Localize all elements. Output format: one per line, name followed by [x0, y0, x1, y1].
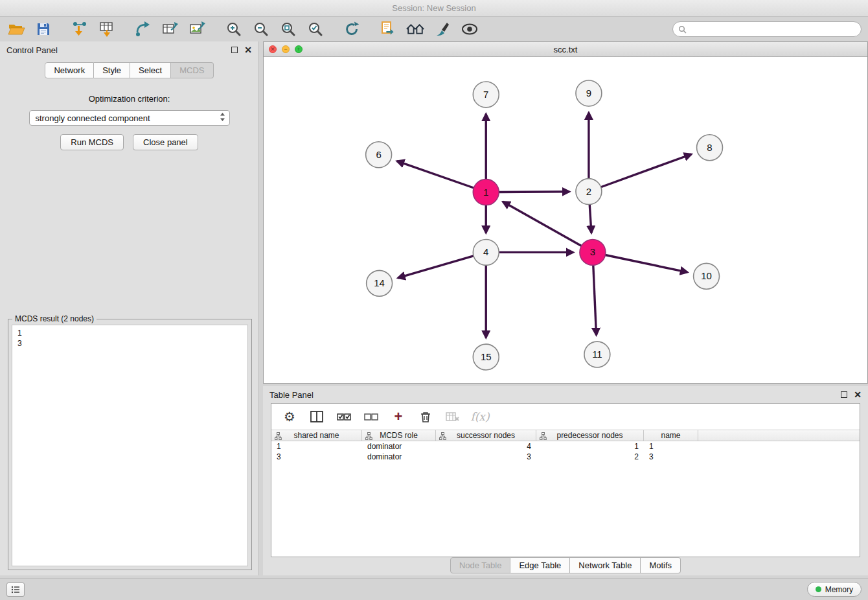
edge-1-6[interactable] — [397, 161, 474, 188]
window-title: Session: New Session — [392, 3, 475, 13]
new-table-icon[interactable] — [161, 20, 180, 38]
criterion-dropdown[interactable]: strongly connected component — [29, 110, 230, 126]
deselect-all-icon[interactable] — [363, 409, 379, 424]
node-11[interactable]: 11 — [584, 341, 610, 367]
tab-edge-table[interactable]: Edge Table — [510, 557, 570, 573]
gear-icon[interactable]: ⚙ — [282, 409, 297, 424]
edge-3-10[interactable] — [605, 255, 687, 272]
svg-text:8: 8 — [707, 142, 712, 153]
table-row[interactable]: 1dominator411 — [271, 441, 860, 452]
node-7[interactable]: 7 — [473, 82, 499, 108]
tab-node-table[interactable]: Node Table — [450, 557, 511, 573]
main-toolbar — [0, 17, 868, 41]
tab-style[interactable]: Style — [94, 62, 130, 78]
network-graph-svg[interactable]: 7968124314101511 — [264, 57, 867, 383]
zoom-fit-icon[interactable] — [279, 20, 298, 38]
table-panel: Table Panel ✕ ⚙ — [263, 386, 868, 575]
column-header-MCDS-role[interactable]: MCDS role — [362, 430, 436, 441]
table-cell[interactable]: 1 — [271, 442, 362, 451]
node-2[interactable]: 2 — [576, 179, 602, 205]
edge-1-2[interactable] — [499, 192, 569, 192]
search-icon — [678, 25, 687, 34]
control-panel-title: Control Panel — [6, 45, 58, 55]
close-panel-button[interactable]: Close panel — [133, 134, 198, 150]
column-header-predecessor-nodes[interactable]: predecessor nodes — [536, 430, 644, 441]
node-1[interactable]: 1 — [473, 179, 499, 205]
save-icon[interactable] — [34, 20, 53, 38]
list-icon — [11, 586, 20, 594]
table-cell[interactable]: 3 — [436, 452, 536, 461]
table-cell[interactable]: 1 — [644, 442, 698, 451]
edge-2-8[interactable] — [601, 154, 692, 187]
node-8[interactable]: 8 — [697, 135, 723, 161]
column-type-icon — [365, 432, 372, 440]
delete-table-icon[interactable] — [445, 409, 461, 424]
edge-3-1[interactable] — [503, 202, 581, 246]
mcds-result-title: MCDS result (2 nodes) — [12, 314, 97, 323]
node-table-body: 1dominator4113dominator323 — [271, 441, 860, 462]
zoom-out-icon[interactable] — [251, 20, 271, 38]
function-builder-icon[interactable]: f(x) — [472, 409, 488, 424]
close-panel-icon[interactable]: ✕ — [244, 47, 252, 53]
edge-3-11[interactable] — [593, 265, 597, 335]
node-14[interactable]: 14 — [367, 270, 393, 296]
edge-4-14[interactable] — [398, 256, 474, 278]
tab-mcds[interactable]: MCDS — [171, 62, 213, 78]
svg-text:6: 6 — [376, 149, 381, 160]
network-canvas[interactable]: 7968124314101511 — [264, 57, 867, 383]
mcds-result-line: 1 — [17, 328, 242, 338]
table-cell[interactable]: 4 — [436, 442, 536, 451]
add-column-icon[interactable]: + — [391, 409, 406, 424]
tab-network-table[interactable]: Network Table — [570, 557, 641, 573]
network-from-file-icon[interactable] — [133, 20, 153, 38]
node-9[interactable]: 9 — [576, 80, 602, 106]
node-15[interactable]: 15 — [473, 344, 499, 370]
search-field[interactable] — [672, 21, 862, 37]
table-cell[interactable]: dominator — [362, 452, 436, 461]
zoom-selected-icon[interactable] — [306, 20, 325, 38]
node-6[interactable]: 6 — [366, 142, 392, 168]
memory-button[interactable]: Memory — [807, 582, 862, 597]
table-cell[interactable]: 2 — [536, 452, 644, 461]
float-table-panel-icon[interactable] — [841, 391, 847, 398]
table-cell[interactable]: 3 — [271, 452, 362, 461]
mcds-result-list[interactable]: 13 — [12, 325, 248, 566]
network-window-titlebar[interactable]: scc.txt ✕ − + — [264, 42, 867, 57]
import-table-icon[interactable] — [97, 20, 117, 38]
import-network-icon[interactable] — [70, 20, 89, 38]
column-type-icon — [540, 432, 547, 440]
refresh-layout-icon[interactable] — [342, 20, 361, 38]
run-mcds-button[interactable]: Run MCDS — [60, 134, 124, 150]
tab-network[interactable]: Network — [45, 62, 94, 78]
column-select-icon[interactable] — [309, 409, 325, 424]
style-brush-icon[interactable] — [433, 20, 452, 38]
memory-status-icon — [816, 586, 821, 592]
close-table-panel-icon[interactable]: ✕ — [854, 391, 862, 398]
home-layout-icon[interactable] — [405, 20, 425, 38]
search-input[interactable] — [690, 25, 856, 34]
svg-text:2: 2 — [586, 186, 591, 197]
table-row[interactable]: 3dominator323 — [271, 452, 860, 462]
open-folder-icon[interactable] — [6, 20, 26, 38]
export-image-icon[interactable] — [188, 20, 207, 38]
delete-column-icon[interactable] — [418, 409, 433, 424]
column-header-shared-name[interactable]: shared name — [271, 430, 362, 441]
tab-select[interactable]: Select — [130, 62, 171, 78]
table-cell[interactable]: dominator — [362, 442, 436, 451]
node-4[interactable]: 4 — [473, 239, 499, 265]
copy-view-icon[interactable] — [378, 20, 398, 38]
tab-motifs[interactable]: Motifs — [641, 557, 681, 573]
eye-icon[interactable] — [460, 20, 479, 38]
window-titlebar: Session: New Session — [0, 0, 868, 17]
select-all-icon[interactable] — [336, 409, 352, 424]
zoom-in-icon[interactable] — [224, 20, 244, 38]
table-cell[interactable]: 1 — [536, 442, 644, 451]
float-panel-icon[interactable] — [231, 47, 238, 53]
column-header-name[interactable]: name — [644, 430, 698, 441]
node-10[interactable]: 10 — [694, 263, 720, 289]
task-history-button[interactable] — [6, 583, 25, 597]
edge-2-3[interactable] — [589, 205, 591, 233]
column-header-successor-nodes[interactable]: successor nodes — [436, 430, 536, 441]
node-3[interactable]: 3 — [580, 239, 606, 265]
table-cell[interactable]: 3 — [644, 452, 698, 461]
